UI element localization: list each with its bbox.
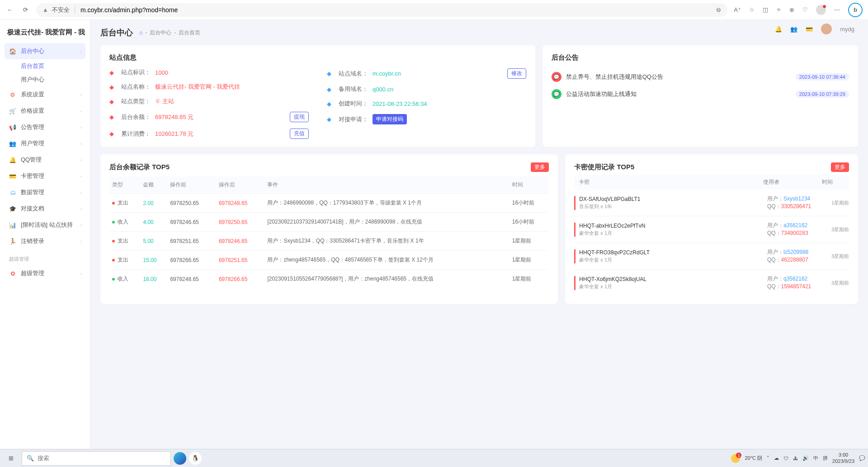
- info-row: ◆站点类型：♕ 主站: [109, 97, 309, 105]
- bing-icon[interactable]: b: [848, 3, 863, 17]
- balance-log-card: 后台余额记录 TOP5 更多 类型金额操作前操作后事件时间 支出2.006978…: [100, 154, 558, 304]
- page-title: 后台中心: [100, 27, 133, 38]
- insecure-label: 不安全: [52, 6, 70, 14]
- info-icon: ◆: [327, 100, 334, 107]
- bell-icon[interactable]: 🔔: [775, 26, 782, 33]
- chevron-right-icon: ›: [80, 174, 82, 179]
- chevron-right-icon: ›: [80, 190, 82, 195]
- info-row: ◆备用域名：q000.cn: [327, 85, 526, 93]
- menu-icon: 💳: [9, 173, 16, 180]
- breadcrumb: ⌂- 后台中心- 后台首页: [139, 29, 200, 37]
- table-row: 支出15.006978266.656978251.65用户：zheng48574…: [109, 251, 549, 270]
- sidebar-item[interactable]: 🏃注销登录›: [5, 233, 85, 249]
- info-row: ◆站点标识：1000: [109, 68, 309, 76]
- sidebar-item[interactable]: 📊[限时活动] 站点扶持›: [5, 217, 85, 233]
- sidebar-item[interactable]: 📢公告管理›: [5, 119, 85, 135]
- table-row: 支出2.006978250.656978248.65用户：2486990098，…: [109, 194, 549, 213]
- km-log-card: 卡密使用记录 TOP5 更多 卡密 使用者 时间 DX-SAfUoqVL8PGa…: [565, 154, 858, 304]
- info-row: ◆后台余额：6978248.65 元提现: [109, 112, 309, 122]
- refresh-button[interactable]: ⟳: [21, 5, 30, 14]
- users-icon[interactable]: 👥: [790, 26, 797, 33]
- bulletin-item[interactable]: 💬禁止养号、禁止挂机违规用途QQ公告2023-09-10 07:38:44: [552, 68, 849, 86]
- sidebar-item[interactable]: 🗂数据管理›: [5, 184, 85, 200]
- gear-icon: ✿: [9, 270, 16, 277]
- chevron-right-icon: ›: [80, 49, 82, 54]
- sidebar: 极速云代挂- 我爱官网 - 我 🏠后台中心›后台首页用户中心⚙系统设置›🛒价格设…: [0, 20, 90, 449]
- km-more-button[interactable]: 更多: [831, 162, 849, 172]
- km-row: HHQT-abxHrLEOc2ePfTvN豪华全套 x 1月用户：a356216…: [574, 216, 849, 243]
- more-icon[interactable]: ⋯: [834, 6, 840, 13]
- zoom-icon[interactable]: ⊖: [716, 6, 721, 13]
- sidebar-item[interactable]: ⚙系统设置›: [5, 86, 85, 103]
- chevron-right-icon: ›: [80, 271, 82, 276]
- sidebar-item[interactable]: 💳卡密管理›: [5, 168, 85, 184]
- username[interactable]: mydg: [840, 26, 854, 33]
- info-row: ◆对接申请：申请对接码: [327, 114, 526, 124]
- menu-icon: 🔔: [9, 157, 16, 163]
- sidebar-item[interactable]: 🎓对接文档›: [5, 200, 85, 217]
- sidebar-subitem[interactable]: 后台首页: [21, 59, 85, 73]
- chevron-right-icon: ›: [80, 206, 82, 211]
- menu-icon: 🛒: [9, 108, 16, 114]
- site-info-card: 站点信息 ◆站点标识：1000◆站点名称：极速云代挂- 我爱官网 - 我爱代挂◆…: [100, 45, 535, 147]
- chevron-right-icon: ›: [80, 109, 82, 114]
- menu-icon: 🗂: [9, 189, 16, 196]
- balance-more-button[interactable]: 更多: [531, 162, 549, 172]
- favorites-bar-icon[interactable]: ✧: [776, 6, 781, 13]
- address-bar[interactable]: ▲ 不安全 │ ⊖: [36, 3, 727, 17]
- action-button[interactable]: 充值: [290, 129, 309, 139]
- text-size-icon[interactable]: A⁺: [734, 6, 741, 13]
- action-button[interactable]: 修改: [507, 68, 526, 79]
- apply-code-button[interactable]: 申请对接码: [373, 114, 407, 124]
- sidebar-item[interactable]: 🛒价格设置›: [5, 103, 85, 119]
- card-icon[interactable]: 💳: [806, 26, 813, 33]
- home-icon[interactable]: ⌂: [139, 29, 142, 36]
- menu-icon: 📢: [9, 124, 16, 131]
- sidebar-item[interactable]: 🔔QQ管理›: [5, 152, 85, 168]
- browser-actions: A⁺ ☆ ◫ ✧ ⊕ ♡ ⋯ b: [734, 3, 863, 17]
- sidebar-item[interactable]: 👥用户管理›: [5, 135, 85, 152]
- chevron-right-icon: ›: [80, 92, 82, 97]
- info-icon: ◆: [327, 86, 334, 93]
- bulletin-icon: 💬: [552, 89, 561, 99]
- bulletin-item[interactable]: 💬公益活动加速功能上线通知2023-09-10 07:39:29: [552, 86, 849, 103]
- info-icon: ◆: [327, 116, 334, 123]
- favorite-icon[interactable]: ☆: [749, 6, 755, 13]
- info-icon: ◆: [109, 84, 117, 91]
- menu-icon: 🎓: [9, 205, 16, 212]
- chevron-right-icon: ›: [80, 223, 82, 228]
- menu-icon: ⚙: [9, 91, 16, 98]
- info-row: ◆站点名称：极速云代挂- 我爱官网 - 我爱代挂: [109, 83, 309, 91]
- profile-avatar[interactable]: [816, 5, 826, 15]
- collections-icon[interactable]: ⊕: [789, 6, 794, 13]
- info-icon: ◆: [109, 114, 117, 120]
- info-row: ◆创建时间：2021-08-23 22:56:34: [327, 100, 526, 108]
- user-avatar[interactable]: [821, 24, 832, 34]
- table-row: 收入4.006978246.656978250.65[2023092210373…: [109, 213, 549, 232]
- browser-toolbar: ← ⟳ ▲ 不安全 │ ⊖ A⁺ ☆ ◫ ✧ ⊕ ♡ ⋯ b: [0, 0, 868, 20]
- performance-icon[interactable]: ♡: [802, 6, 808, 13]
- main-content: 后台中心 ⌂- 后台中心- 后台首页 站点信息 ◆站点标识：1000◆站点名称：…: [90, 20, 868, 449]
- sidebar-subitem[interactable]: 用户中心: [21, 73, 85, 86]
- menu-icon: 📊: [9, 222, 16, 229]
- chevron-right-icon: ›: [80, 157, 82, 162]
- url-input[interactable]: [80, 6, 712, 14]
- balance-log-table: 类型金额操作前操作后事件时间 支出2.006978250.656978248.6…: [109, 176, 549, 288]
- info-row: ◆站点域名：m.coybr.cn修改: [327, 68, 526, 79]
- app-header-actions: 🔔 👥 💳 mydg: [775, 24, 854, 34]
- menu-icon: 👥: [9, 140, 16, 147]
- action-button[interactable]: 提现: [290, 112, 309, 122]
- info-icon: ◆: [109, 98, 117, 105]
- chevron-right-icon: ›: [80, 141, 82, 146]
- back-button[interactable]: ←: [5, 5, 14, 14]
- info-icon: ◆: [327, 70, 334, 77]
- sidebar-item[interactable]: 🏠后台中心›: [5, 43, 85, 59]
- brand-title: 极速云代挂- 我爱官网 - 我: [5, 26, 85, 43]
- menu-icon: 🏃: [9, 238, 16, 245]
- table-row: 收入18.006978248.656978266.65[202309151055…: [109, 270, 549, 289]
- split-icon[interactable]: ◫: [763, 6, 768, 13]
- km-row: HHQT-FRO38qvP2CzRdGLT豪华全套 x 1月用户：lz52099…: [574, 243, 849, 269]
- page-header: 后台中心 ⌂- 后台中心- 后台首页: [100, 27, 858, 38]
- super-group-label: 超级管理: [5, 249, 85, 265]
- sidebar-item-super[interactable]: ✿ 超级管理 ›: [5, 265, 85, 281]
